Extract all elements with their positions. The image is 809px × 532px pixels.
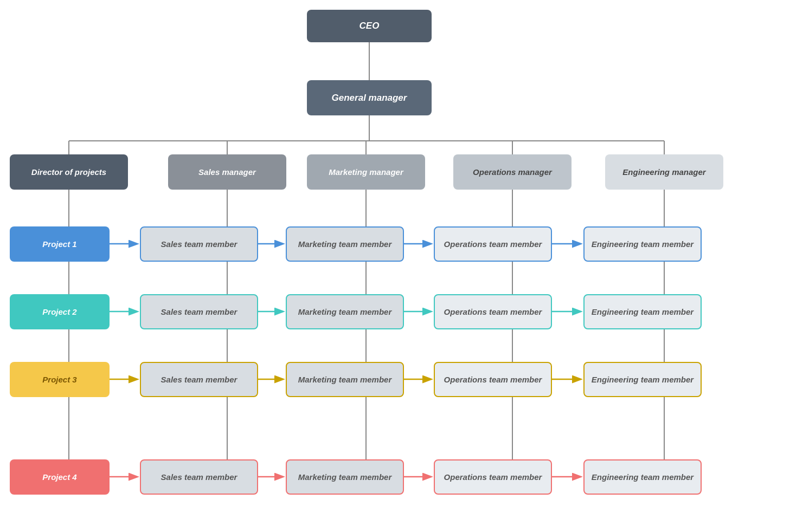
ceo-node: CEO [307,10,432,42]
sales-3-node: Sales team member [140,362,258,397]
marketing-2-node: Marketing team member [286,294,404,329]
project-2-node: Project 2 [10,294,110,329]
em-node: Engineering manager [605,154,723,190]
operations-2-node: Operations team member [434,294,552,329]
project-4-node: Project 4 [10,459,110,495]
project-1-node: Project 1 [10,226,110,262]
org-chart: CEO General manager Director of projects… [0,0,809,532]
sales-2-node: Sales team member [140,294,258,329]
sm-node: Sales manager [168,154,286,190]
dop-node: Director of projects [10,154,128,190]
project-3-node: Project 3 [10,362,110,397]
gm-node: General manager [307,80,432,115]
sales-4-node: Sales team member [140,459,258,495]
operations-4-node: Operations team member [434,459,552,495]
engineering-1-node: Engineering team member [583,226,702,262]
engineering-3-node: Engineering team member [583,362,702,397]
marketing-1-node: Marketing team member [286,226,404,262]
operations-1-node: Operations team member [434,226,552,262]
om-node: Operations manager [453,154,572,190]
mm-node: Marketing manager [307,154,425,190]
engineering-4-node: Engineering team member [583,459,702,495]
sales-1-node: Sales team member [140,226,258,262]
operations-3-node: Operations team member [434,362,552,397]
marketing-3-node: Marketing team member [286,362,404,397]
marketing-4-node: Marketing team member [286,459,404,495]
engineering-2-node: Engineering team member [583,294,702,329]
